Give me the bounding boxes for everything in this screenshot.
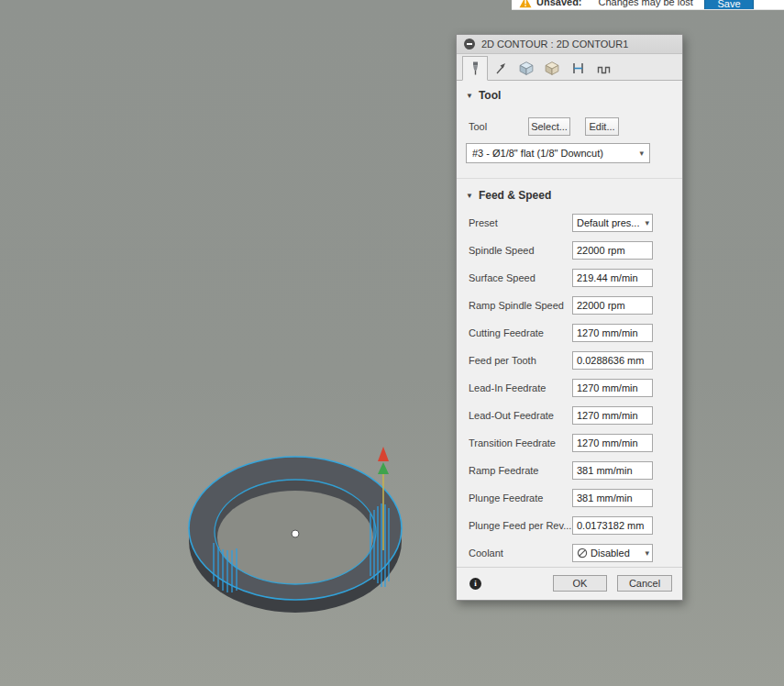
tool-label: Tool xyxy=(469,121,528,132)
cutting-feedrate-label: Cutting Feedrate xyxy=(469,327,572,338)
tab-pattern[interactable] xyxy=(591,57,616,80)
ramp-feedrate-label: Ramp Feedrate xyxy=(469,465,572,476)
ramp-spindle-speed-row: Ramp Spindle Speed xyxy=(457,292,682,319)
geometry-arrow-icon xyxy=(493,61,509,76)
preset-label: Preset xyxy=(469,217,572,228)
plunge-feedrate-row: Plunge Feedrate xyxy=(457,484,682,512)
plunge-feedrate-label: Plunge Feedrate xyxy=(469,492,572,503)
spindle-speed-label: Spindle Speed xyxy=(469,245,572,256)
unsaved-banner: Unsaved: Changes may be lost Save xyxy=(512,0,784,10)
coolant-select[interactable]: Disabled ▾ xyxy=(572,544,653,562)
plunge-feedrate-input[interactable] xyxy=(572,489,653,507)
plunge-feed-per-rev-input[interactable] xyxy=(572,516,653,535)
heights-cube-icon xyxy=(518,60,535,76)
tab-passes[interactable] xyxy=(539,57,565,80)
coolant-row: Coolant Disabled ▾ xyxy=(457,539,682,567)
lead-out-feedrate-input[interactable] xyxy=(572,406,653,425)
linking-icon xyxy=(570,61,586,76)
lead-out-feedrate-label: Lead-Out Feedrate xyxy=(469,410,572,421)
transition-feedrate-row: Transition Feedrate xyxy=(457,429,682,457)
tab-tool[interactable] xyxy=(462,56,488,81)
lead-out-feedrate-row: Lead-Out Feedrate xyxy=(457,402,682,429)
ramp-feedrate-row: Ramp Feedrate xyxy=(457,457,682,484)
surface-speed-label: Surface Speed xyxy=(469,272,572,283)
dialog-body: ▼ Tool Tool Select... Edit... #3 - Ø1/8"… xyxy=(457,81,682,567)
plunge-feed-per-rev-row: Plunge Feed per Rev... xyxy=(457,512,682,539)
tab-linking[interactable] xyxy=(565,57,591,80)
surface-speed-row: Surface Speed xyxy=(457,264,682,292)
tab-heights[interactable] xyxy=(513,57,539,80)
feed-per-tooth-input[interactable] xyxy=(572,351,653,370)
tab-geometry[interactable] xyxy=(488,57,513,80)
preset-select[interactable]: Default pres... ▾ xyxy=(572,214,653,232)
unsaved-label: Unsaved: xyxy=(536,0,582,7)
spindle-speed-input[interactable] xyxy=(572,241,653,260)
tool-select-button[interactable]: Select... xyxy=(528,117,570,136)
feed-speed-rows: Preset Default pres... ▾ Spindle Speed S… xyxy=(457,209,682,567)
tool-section-label: Tool xyxy=(479,89,501,102)
chevron-down-icon: ▾ xyxy=(645,218,649,227)
cutting-feedrate-input[interactable] xyxy=(572,324,653,342)
feed-speed-section-label: Feed & Speed xyxy=(479,189,551,202)
cancel-button[interactable]: Cancel xyxy=(617,575,672,592)
preset-value: Default pres... xyxy=(577,217,641,228)
transition-feedrate-label: Transition Feedrate xyxy=(469,437,572,448)
dialog-title: 2D CONTOUR : 2D CONTOUR1 xyxy=(481,39,628,50)
transition-feedrate-input[interactable] xyxy=(572,434,653,452)
feed-speed-section-header[interactable]: ▼ Feed & Speed xyxy=(457,189,682,203)
chevron-down-icon: ▾ xyxy=(645,548,649,558)
tool-dropdown-value: #3 - Ø1/8" flat (1/8" Downcut) xyxy=(472,148,635,159)
surface-speed-input[interactable] xyxy=(572,269,653,287)
spindle-speed-row: Spindle Speed xyxy=(457,237,682,264)
ramp-spindle-speed-label: Ramp Spindle Speed xyxy=(469,300,572,311)
2d-contour-dialog: 2D CONTOUR : 2D CONTOUR1 xyxy=(456,34,683,601)
ok-button[interactable]: OK xyxy=(553,575,607,592)
collapse-triangle-icon: ▼ xyxy=(466,92,473,100)
section-divider xyxy=(457,178,682,179)
lead-in-feedrate-label: Lead-In Feedrate xyxy=(469,382,572,393)
tool-dropdown[interactable]: #3 - Ø1/8" flat (1/8" Downcut) ▾ xyxy=(466,143,650,163)
passes-cube-icon xyxy=(544,60,560,76)
unsaved-message: Changes may be lost xyxy=(599,0,693,7)
ramp-feedrate-input[interactable] xyxy=(572,461,653,480)
plunge-feed-per-rev-label: Plunge Feed per Rev... xyxy=(469,520,572,531)
coolant-label: Coolant xyxy=(469,548,572,559)
cutter-tool-icon xyxy=(468,61,483,76)
lead-in-feedrate-input[interactable] xyxy=(572,379,653,397)
tool-edit-button[interactable]: Edit... xyxy=(585,117,619,136)
tool-axis-arrow-green[interactable] xyxy=(378,462,389,474)
dialog-tab-strip xyxy=(457,54,682,81)
tool-row: Tool Select... Edit... xyxy=(457,117,682,136)
save-button[interactable]: Save xyxy=(704,0,754,10)
preset-row: Preset Default pres... ▾ xyxy=(457,209,682,237)
dialog-footer: i OK Cancel xyxy=(457,567,682,600)
lead-in-feedrate-row: Lead-In Feedrate xyxy=(457,374,682,402)
feed-per-tooth-label: Feed per Tooth xyxy=(469,355,572,366)
info-icon[interactable]: i xyxy=(469,578,481,590)
cutting-feedrate-row: Cutting Feedrate xyxy=(457,319,682,347)
feed-per-tooth-row: Feed per Tooth xyxy=(457,347,682,374)
ramp-spindle-speed-input[interactable] xyxy=(572,296,653,315)
coolant-value: Disabled xyxy=(591,548,641,559)
disabled-coolant-icon xyxy=(577,548,588,559)
collapse-triangle-icon: ▼ xyxy=(466,192,473,200)
dialog-grip-icon[interactable] xyxy=(464,39,475,50)
warning-icon xyxy=(519,0,532,8)
pattern-wave-icon xyxy=(596,61,612,76)
origin-point[interactable] xyxy=(292,530,299,537)
tool-axis-arrow-red[interactable] xyxy=(378,447,389,461)
dialog-titlebar[interactable]: 2D CONTOUR : 2D CONTOUR1 xyxy=(457,35,682,54)
tool-section-header[interactable]: ▼ Tool xyxy=(457,89,682,103)
chevron-down-icon: ▾ xyxy=(639,149,644,158)
